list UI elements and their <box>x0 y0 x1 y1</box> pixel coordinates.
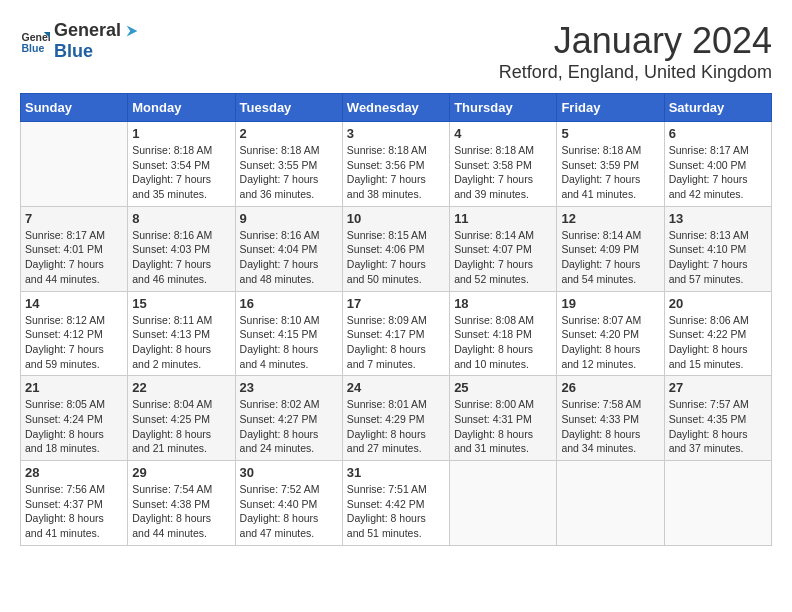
day-number: 2 <box>240 126 338 141</box>
day-number: 30 <box>240 465 338 480</box>
calendar-cell: 1Sunrise: 8:18 AMSunset: 3:54 PMDaylight… <box>128 122 235 207</box>
calendar-cell: 6Sunrise: 8:17 AMSunset: 4:00 PMDaylight… <box>664 122 771 207</box>
day-number: 24 <box>347 380 445 395</box>
calendar-cell: 31Sunrise: 7:51 AMSunset: 4:42 PMDayligh… <box>342 461 449 546</box>
calendar-cell: 11Sunrise: 8:14 AMSunset: 4:07 PMDayligh… <box>450 206 557 291</box>
calendar-cell: 26Sunrise: 7:58 AMSunset: 4:33 PMDayligh… <box>557 376 664 461</box>
day-info: Sunrise: 8:18 AMSunset: 3:59 PMDaylight:… <box>561 143 659 202</box>
day-info: Sunrise: 8:07 AMSunset: 4:20 PMDaylight:… <box>561 313 659 372</box>
svg-marker-4 <box>127 25 138 36</box>
day-info: Sunrise: 8:14 AMSunset: 4:07 PMDaylight:… <box>454 228 552 287</box>
calendar-cell: 16Sunrise: 8:10 AMSunset: 4:15 PMDayligh… <box>235 291 342 376</box>
calendar-week-row: 1Sunrise: 8:18 AMSunset: 3:54 PMDaylight… <box>21 122 772 207</box>
day-number: 6 <box>669 126 767 141</box>
calendar-cell: 2Sunrise: 8:18 AMSunset: 3:55 PMDaylight… <box>235 122 342 207</box>
day-number: 4 <box>454 126 552 141</box>
day-number: 15 <box>132 296 230 311</box>
day-info: Sunrise: 8:04 AMSunset: 4:25 PMDaylight:… <box>132 397 230 456</box>
day-number: 22 <box>132 380 230 395</box>
svg-text:Blue: Blue <box>22 42 45 54</box>
day-info: Sunrise: 8:18 AMSunset: 3:58 PMDaylight:… <box>454 143 552 202</box>
day-number: 31 <box>347 465 445 480</box>
day-info: Sunrise: 8:18 AMSunset: 3:55 PMDaylight:… <box>240 143 338 202</box>
calendar-week-row: 21Sunrise: 8:05 AMSunset: 4:24 PMDayligh… <box>21 376 772 461</box>
weekday-header-saturday: Saturday <box>664 94 771 122</box>
calendar-cell: 28Sunrise: 7:56 AMSunset: 4:37 PMDayligh… <box>21 461 128 546</box>
day-info: Sunrise: 7:52 AMSunset: 4:40 PMDaylight:… <box>240 482 338 541</box>
day-number: 11 <box>454 211 552 226</box>
day-number: 19 <box>561 296 659 311</box>
day-info: Sunrise: 7:58 AMSunset: 4:33 PMDaylight:… <box>561 397 659 456</box>
calendar-cell: 5Sunrise: 8:18 AMSunset: 3:59 PMDaylight… <box>557 122 664 207</box>
page-header: General Blue General Blue January 2024 R… <box>20 20 772 83</box>
calendar-cell: 29Sunrise: 7:54 AMSunset: 4:38 PMDayligh… <box>128 461 235 546</box>
weekday-header-monday: Monday <box>128 94 235 122</box>
day-info: Sunrise: 8:17 AMSunset: 4:01 PMDaylight:… <box>25 228 123 287</box>
calendar-cell: 13Sunrise: 8:13 AMSunset: 4:10 PMDayligh… <box>664 206 771 291</box>
calendar-cell: 9Sunrise: 8:16 AMSunset: 4:04 PMDaylight… <box>235 206 342 291</box>
calendar-cell: 8Sunrise: 8:16 AMSunset: 4:03 PMDaylight… <box>128 206 235 291</box>
day-number: 9 <box>240 211 338 226</box>
day-number: 7 <box>25 211 123 226</box>
day-number: 16 <box>240 296 338 311</box>
day-info: Sunrise: 8:16 AMSunset: 4:03 PMDaylight:… <box>132 228 230 287</box>
day-number: 10 <box>347 211 445 226</box>
day-info: Sunrise: 8:01 AMSunset: 4:29 PMDaylight:… <box>347 397 445 456</box>
day-number: 18 <box>454 296 552 311</box>
title-section: January 2024 Retford, England, United Ki… <box>499 20 772 83</box>
logo: General Blue General Blue <box>20 20 141 62</box>
day-info: Sunrise: 8:00 AMSunset: 4:31 PMDaylight:… <box>454 397 552 456</box>
day-info: Sunrise: 8:02 AMSunset: 4:27 PMDaylight:… <box>240 397 338 456</box>
calendar-cell: 20Sunrise: 8:06 AMSunset: 4:22 PMDayligh… <box>664 291 771 376</box>
day-number: 3 <box>347 126 445 141</box>
day-info: Sunrise: 7:51 AMSunset: 4:42 PMDaylight:… <box>347 482 445 541</box>
day-number: 27 <box>669 380 767 395</box>
calendar-cell: 22Sunrise: 8:04 AMSunset: 4:25 PMDayligh… <box>128 376 235 461</box>
day-number: 1 <box>132 126 230 141</box>
month-title: January 2024 <box>499 20 772 62</box>
calendar-cell: 24Sunrise: 8:01 AMSunset: 4:29 PMDayligh… <box>342 376 449 461</box>
day-number: 23 <box>240 380 338 395</box>
calendar-table: SundayMondayTuesdayWednesdayThursdayFrid… <box>20 93 772 546</box>
day-info: Sunrise: 8:11 AMSunset: 4:13 PMDaylight:… <box>132 313 230 372</box>
location-title: Retford, England, United Kingdom <box>499 62 772 83</box>
logo-general-text: General <box>54 20 121 41</box>
day-number: 12 <box>561 211 659 226</box>
day-info: Sunrise: 8:18 AMSunset: 3:54 PMDaylight:… <box>132 143 230 202</box>
weekday-header-wednesday: Wednesday <box>342 94 449 122</box>
calendar-cell: 19Sunrise: 8:07 AMSunset: 4:20 PMDayligh… <box>557 291 664 376</box>
day-info: Sunrise: 7:56 AMSunset: 4:37 PMDaylight:… <box>25 482 123 541</box>
calendar-cell: 25Sunrise: 8:00 AMSunset: 4:31 PMDayligh… <box>450 376 557 461</box>
day-info: Sunrise: 8:18 AMSunset: 3:56 PMDaylight:… <box>347 143 445 202</box>
day-number: 20 <box>669 296 767 311</box>
calendar-cell: 23Sunrise: 8:02 AMSunset: 4:27 PMDayligh… <box>235 376 342 461</box>
calendar-cell: 18Sunrise: 8:08 AMSunset: 4:18 PMDayligh… <box>450 291 557 376</box>
day-info: Sunrise: 8:06 AMSunset: 4:22 PMDaylight:… <box>669 313 767 372</box>
day-info: Sunrise: 8:13 AMSunset: 4:10 PMDaylight:… <box>669 228 767 287</box>
calendar-cell: 14Sunrise: 8:12 AMSunset: 4:12 PMDayligh… <box>21 291 128 376</box>
logo-arrow-icon <box>123 22 141 40</box>
day-number: 25 <box>454 380 552 395</box>
calendar-cell <box>664 461 771 546</box>
day-number: 5 <box>561 126 659 141</box>
weekday-header-friday: Friday <box>557 94 664 122</box>
calendar-cell: 12Sunrise: 8:14 AMSunset: 4:09 PMDayligh… <box>557 206 664 291</box>
calendar-cell: 27Sunrise: 7:57 AMSunset: 4:35 PMDayligh… <box>664 376 771 461</box>
day-info: Sunrise: 8:12 AMSunset: 4:12 PMDaylight:… <box>25 313 123 372</box>
day-info: Sunrise: 7:54 AMSunset: 4:38 PMDaylight:… <box>132 482 230 541</box>
calendar-cell <box>557 461 664 546</box>
day-info: Sunrise: 8:10 AMSunset: 4:15 PMDaylight:… <box>240 313 338 372</box>
calendar-cell <box>21 122 128 207</box>
calendar-cell: 4Sunrise: 8:18 AMSunset: 3:58 PMDaylight… <box>450 122 557 207</box>
calendar-cell: 15Sunrise: 8:11 AMSunset: 4:13 PMDayligh… <box>128 291 235 376</box>
weekday-header-tuesday: Tuesday <box>235 94 342 122</box>
calendar-cell: 3Sunrise: 8:18 AMSunset: 3:56 PMDaylight… <box>342 122 449 207</box>
logo-icon: General Blue <box>20 26 50 56</box>
day-number: 21 <box>25 380 123 395</box>
day-number: 29 <box>132 465 230 480</box>
calendar-cell: 10Sunrise: 8:15 AMSunset: 4:06 PMDayligh… <box>342 206 449 291</box>
day-number: 8 <box>132 211 230 226</box>
calendar-cell <box>450 461 557 546</box>
day-number: 13 <box>669 211 767 226</box>
day-number: 26 <box>561 380 659 395</box>
